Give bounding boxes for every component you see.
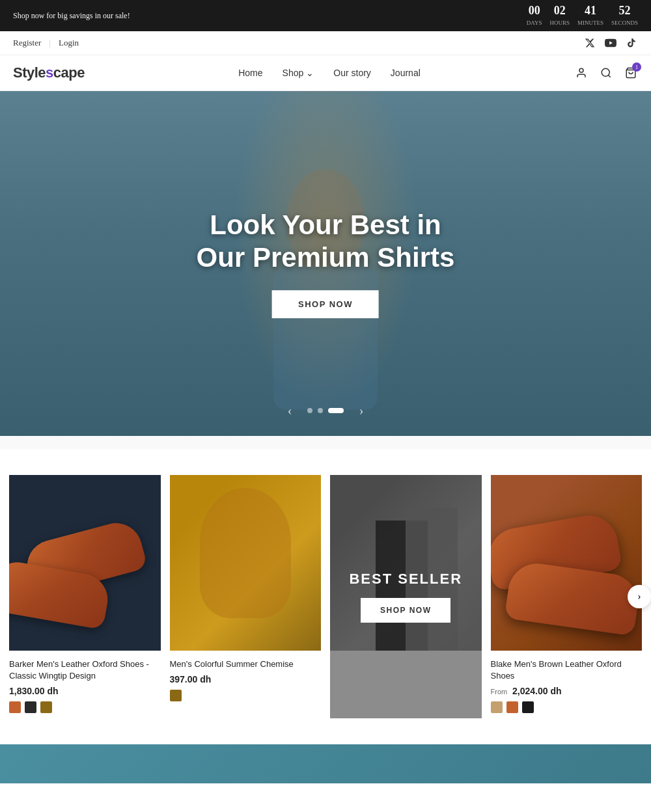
bottom-teaser [0,744,651,783]
swatch-2-1[interactable] [170,690,182,701]
product-price-2: 397.00 dh [170,674,322,684]
product-card-2[interactable]: Men's Colorful Summer Chemise 397.00 dh [170,475,322,718]
best-seller-cta-button[interactable]: SHOP NOW [361,598,450,623]
search-icon[interactable] [599,66,613,80]
product-name-4: Blake Men's Brown Leather Oxford Shoes [491,658,643,682]
swatch-1-3[interactable] [40,701,52,713]
product-image-4 [491,475,643,651]
product-price-4: From 2,024.00 dh [491,686,643,696]
nav-journal[interactable]: Journal [391,68,421,78]
product-price-1: 1,830.00 dh [9,686,161,696]
color-swatches-1 [9,701,161,713]
slider-prev-arrow[interactable]: ‹ [280,401,299,420]
account-icon[interactable] [574,66,589,80]
color-swatches-4 [491,701,643,713]
product-info-2: Men's Colorful Summer Chemise 397.00 dh [170,651,322,707]
nav-our-story[interactable]: Our story [333,68,371,78]
social-links [583,36,638,49]
section-divider [0,436,651,449]
product-info-4: Blake Men's Brown Leather Oxford Shoes F… [491,651,643,718]
countdown-days: 00 Days [527,4,542,27]
cart-badge: 1 [632,62,641,72]
svg-point-1 [602,68,609,76]
slider-dot-2[interactable] [318,408,323,413]
swatch-4-3[interactable] [522,701,534,713]
countdown-hours: 02 Hours [549,4,570,27]
product-image-2 [170,475,322,651]
chevron-down-icon: ⌄ [306,68,314,78]
nav-shop[interactable]: Shop ⌄ [283,68,314,78]
logo[interactable]: Stylescape [13,64,85,81]
color-swatches-2 [170,690,322,701]
swatch-1-2[interactable] [25,701,36,713]
slider-dot-3[interactable] [328,408,344,413]
countdown-seconds: 52 Seconds [611,4,638,27]
product-image-1 [9,475,161,651]
youtube-icon[interactable] [604,36,617,49]
sale-text: Shop now for big savings in our sale! [13,11,130,21]
hero-slider: Look Your Best in Our Premium Shirts SHO… [0,91,651,436]
countdown: 00 Days 02 Hours 41 Minutes 52 Seconds [527,4,638,27]
product-card-1[interactable]: Barker Men's Leather Oxford Shoes - Clas… [9,475,161,718]
main-header: Stylescape Home Shop ⌄ Our story Journal [0,55,651,91]
slider-dot-1[interactable] [307,408,312,413]
hero-title: Look Your Best in Our Premium Shirts [197,209,455,275]
tiktok-icon[interactable] [625,36,638,49]
products-section: Barker Men's Leather Oxford Shoes - Clas… [0,449,651,731]
announcement-bar: Shop now for big savings in our sale! 00… [0,0,651,31]
header-icons: 1 [574,66,638,80]
countdown-minutes: 41 Minutes [577,4,603,27]
product-name-2: Men's Colorful Summer Chemise [170,658,322,670]
product-name-1: Barker Men's Leather Oxford Shoes - Clas… [9,658,161,682]
cart-icon[interactable]: 1 [624,66,638,80]
product-info-1: Barker Men's Leather Oxford Shoes - Clas… [9,651,161,718]
hero-content: Look Your Best in Our Premium Shirts SHO… [197,209,455,318]
product-card-3[interactable]: BEST SELLER SHOP NOW [330,475,482,718]
twitter-icon[interactable] [583,36,596,49]
slider-controls: ‹ › [280,401,371,420]
product-card-4[interactable]: Blake Men's Brown Leather Oxford Shoes F… [491,475,643,718]
best-seller-overlay: BEST SELLER SHOP NOW [330,475,482,718]
secondary-nav: Register | Login [0,31,651,55]
svg-point-0 [579,68,583,72]
products-grid: Barker Men's Leather Oxford Shoes - Clas… [9,475,642,718]
swatch-1-1[interactable] [9,701,21,713]
auth-links: Register | Login [13,38,79,48]
grid-next-arrow[interactable]: › [628,585,651,608]
logo-text: Stylescape [13,64,85,81]
swatch-4-2[interactable] [506,701,518,713]
nav-home[interactable]: Home [238,68,262,78]
slider-dots [307,408,344,413]
login-link[interactable]: Login [59,38,79,48]
main-nav: Home Shop ⌄ Our story Journal [238,68,421,78]
best-seller-label: BEST SELLER [349,571,462,588]
register-link[interactable]: Register [13,38,41,48]
slider-next-arrow[interactable]: › [352,401,371,420]
nav-divider: | [49,38,51,48]
swatch-4-1[interactable] [491,701,503,713]
hero-cta-button[interactable]: SHOP NOW [272,290,379,318]
